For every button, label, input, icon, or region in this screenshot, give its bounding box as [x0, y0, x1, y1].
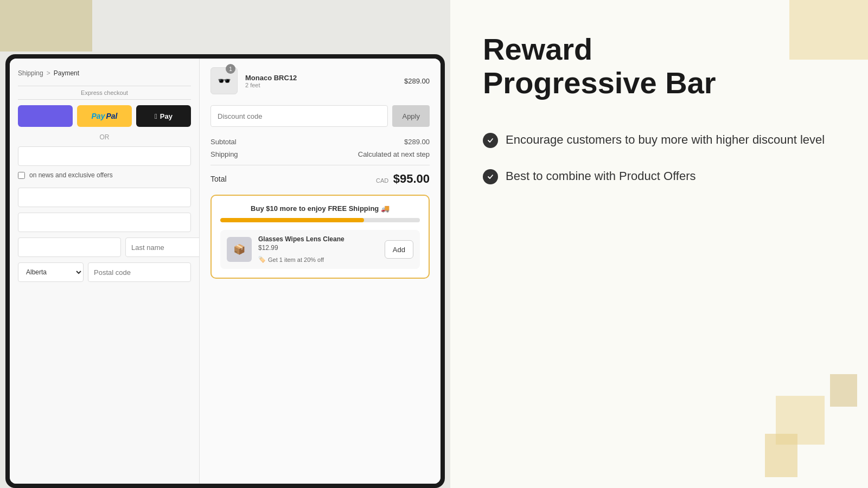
check-icon-2: [483, 169, 498, 184]
upsell-discount-tag: 🏷️ Get 1 item at 20% off: [258, 256, 324, 263]
subscribe-label: on news and exclusive offers: [29, 171, 113, 179]
svg-point-1: [487, 173, 494, 181]
paypal-logo: PayPal: [92, 112, 118, 120]
tablet-screen: Shipping > Payment Express checkout PayP…: [10, 59, 441, 484]
product-info: Monaco BRC12 2 feet: [245, 74, 404, 88]
province-row: Alberta: [18, 262, 191, 282]
tablet-bezel: Shipping > Payment Express checkout PayP…: [5, 54, 445, 488]
apple-icon: : [155, 112, 157, 120]
express-checkout-label: Express checkout: [18, 86, 191, 100]
left-panel: Shipping > Payment Express checkout PayP…: [0, 0, 450, 488]
breadcrumb-separator: >: [47, 69, 50, 77]
feature-item-1: Encourage customers to buy more with hig…: [483, 132, 835, 149]
total-amount: CAD $95.00: [376, 172, 430, 186]
progress-bar-container: [220, 218, 420, 222]
right-panel: Reward Progressive Bar Encourage custome…: [450, 0, 868, 488]
discount-code-input[interactable]: [210, 105, 388, 127]
address2-field[interactable]: [18, 213, 191, 232]
tag-icon: 🏷️: [258, 256, 266, 263]
progress-bar-fill: [220, 218, 364, 222]
upsell-product-name: Glasses Wipes Lens Cleane: [258, 235, 378, 243]
discount-row: Apply: [210, 105, 430, 127]
product-row: 1 🕶️ Monaco BRC12 2 feet $289.00: [210, 67, 430, 94]
upsell-product-info: Glasses Wipes Lens Cleane $12.99 🏷️ Get …: [258, 235, 378, 264]
feature-text-2: Best to combine with Product Offers: [506, 168, 696, 185]
breadcrumb-shipping: Shipping: [18, 69, 43, 77]
subtotal-value: $289.00: [404, 138, 430, 146]
province-select[interactable]: Alberta: [18, 262, 84, 282]
last-name-field[interactable]: [125, 237, 200, 257]
summary-divider: [210, 165, 430, 165]
features-list: Encourage customers to buy more with hig…: [483, 132, 835, 185]
upsell-product-image: 📦: [227, 237, 252, 262]
upsell-product-card: 📦 Glasses Wipes Lens Cleane $12.99 🏷️ Ge…: [220, 230, 420, 269]
title-line2: Progressive Bar: [483, 66, 716, 100]
subtotal-line: Subtotal $289.00: [210, 138, 430, 146]
shipping-line: Shipping Calculated at next step: [210, 150, 430, 158]
postal-code-field[interactable]: [88, 262, 191, 282]
shipping-value: Calculated at next step: [358, 150, 430, 158]
title-line1: Reward: [483, 32, 592, 66]
name-row: [18, 237, 191, 257]
svg-point-0: [487, 137, 494, 144]
first-name-field[interactable]: [18, 237, 121, 257]
bg-shape-top: [0, 0, 92, 52]
upsell-discount-text: Get 1 item at 20% off: [268, 256, 324, 263]
upsell-emoji: 📦: [233, 243, 245, 255]
breadcrumb-payment: Payment: [54, 69, 79, 77]
apple-pay-button[interactable]:  Pay: [136, 105, 191, 127]
total-label: Total: [210, 175, 227, 183]
apple-pay-label: Pay: [160, 112, 173, 120]
subscribe-row: on news and exclusive offers: [18, 171, 191, 179]
total-price: $95.00: [393, 172, 430, 185]
product-name: Monaco BRC12: [245, 74, 404, 82]
total-line: Total CAD $95.00: [210, 172, 430, 186]
page-title: Reward Progressive Bar: [483, 33, 835, 99]
email-field[interactable]: [18, 146, 191, 166]
product-emoji: 🕶️: [218, 74, 231, 87]
payment-buttons-row: PayPal  Pay: [18, 105, 191, 127]
product-badge: 1: [226, 64, 235, 74]
check-icon-1: [483, 133, 498, 148]
upsell-add-button[interactable]: Add: [385, 240, 413, 259]
purple-pay-button[interactable]: [18, 105, 73, 127]
product-variant: 2 feet: [245, 82, 404, 88]
breadcrumb: Shipping > Payment: [18, 69, 191, 77]
deco-rect-4: [830, 374, 857, 407]
deco-rect-1: [789, 0, 868, 60]
total-currency: CAD: [376, 177, 388, 184]
deco-rect-3: [765, 434, 797, 477]
upsell-product-price: $12.99: [258, 244, 378, 252]
product-price: $289.00: [404, 77, 430, 85]
shipping-label: Shipping: [210, 150, 238, 158]
reward-bar-widget: Buy $10 more to enjoy FREE Shipping 🚚 📦 …: [210, 195, 430, 279]
subtotal-label: Subtotal: [210, 138, 237, 146]
order-summary-panel: 1 🕶️ Monaco BRC12 2 feet $289.00 Apply: [200, 59, 441, 484]
feature-item-2: Best to combine with Product Offers: [483, 168, 835, 185]
subscribe-checkbox[interactable]: [18, 172, 25, 179]
apply-discount-button[interactable]: Apply: [392, 105, 430, 127]
address-field[interactable]: [18, 188, 191, 207]
paypal-button[interactable]: PayPal: [77, 105, 132, 127]
checkout-sidebar: Shipping > Payment Express checkout PayP…: [10, 59, 200, 484]
feature-text-1: Encourage customers to buy more with hig…: [506, 132, 825, 149]
or-divider: OR: [18, 133, 191, 141]
reward-message: Buy $10 more to enjoy FREE Shipping 🚚: [220, 204, 420, 213]
